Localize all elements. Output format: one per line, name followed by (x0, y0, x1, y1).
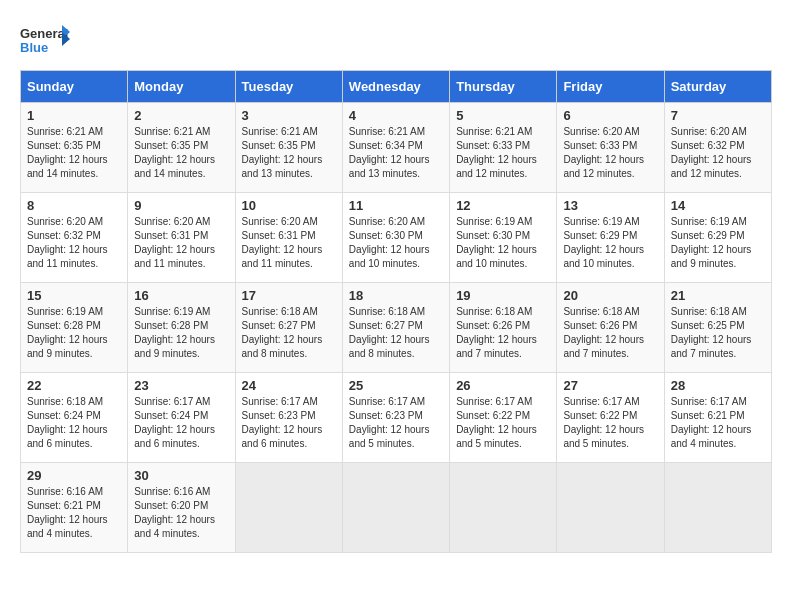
day-cell: 14 Sunrise: 6:19 AMSunset: 6:29 PMDaylig… (664, 193, 771, 283)
day-number: 12 (456, 198, 550, 213)
day-number: 6 (563, 108, 657, 123)
day-info: Sunrise: 6:19 AMSunset: 6:29 PMDaylight:… (563, 215, 657, 271)
week-row-3: 15 Sunrise: 6:19 AMSunset: 6:28 PMDaylig… (21, 283, 772, 373)
day-info: Sunrise: 6:20 AMSunset: 6:32 PMDaylight:… (27, 215, 121, 271)
day-info: Sunrise: 6:18 AMSunset: 6:24 PMDaylight:… (27, 395, 121, 451)
day-number: 7 (671, 108, 765, 123)
header: General Blue (20, 20, 772, 60)
day-cell: 18 Sunrise: 6:18 AMSunset: 6:27 PMDaylig… (342, 283, 449, 373)
col-header-monday: Monday (128, 71, 235, 103)
day-number: 1 (27, 108, 121, 123)
svg-text:Blue: Blue (20, 40, 48, 55)
day-number: 23 (134, 378, 228, 393)
day-number: 21 (671, 288, 765, 303)
day-number: 13 (563, 198, 657, 213)
day-cell: 9 Sunrise: 6:20 AMSunset: 6:31 PMDayligh… (128, 193, 235, 283)
day-cell: 27 Sunrise: 6:17 AMSunset: 6:22 PMDaylig… (557, 373, 664, 463)
day-number: 19 (456, 288, 550, 303)
day-number: 8 (27, 198, 121, 213)
day-number: 4 (349, 108, 443, 123)
day-cell: 25 Sunrise: 6:17 AMSunset: 6:23 PMDaylig… (342, 373, 449, 463)
day-cell: 2 Sunrise: 6:21 AMSunset: 6:35 PMDayligh… (128, 103, 235, 193)
day-cell: 20 Sunrise: 6:18 AMSunset: 6:26 PMDaylig… (557, 283, 664, 373)
day-cell: 22 Sunrise: 6:18 AMSunset: 6:24 PMDaylig… (21, 373, 128, 463)
week-row-4: 22 Sunrise: 6:18 AMSunset: 6:24 PMDaylig… (21, 373, 772, 463)
svg-text:General: General (20, 26, 68, 41)
day-number: 10 (242, 198, 336, 213)
day-info: Sunrise: 6:17 AMSunset: 6:23 PMDaylight:… (349, 395, 443, 451)
day-info: Sunrise: 6:17 AMSunset: 6:21 PMDaylight:… (671, 395, 765, 451)
day-cell: 5 Sunrise: 6:21 AMSunset: 6:33 PMDayligh… (450, 103, 557, 193)
col-header-sunday: Sunday (21, 71, 128, 103)
day-info: Sunrise: 6:20 AMSunset: 6:32 PMDaylight:… (671, 125, 765, 181)
day-cell: 21 Sunrise: 6:18 AMSunset: 6:25 PMDaylig… (664, 283, 771, 373)
logo: General Blue (20, 20, 70, 60)
day-cell: 28 Sunrise: 6:17 AMSunset: 6:21 PMDaylig… (664, 373, 771, 463)
day-info: Sunrise: 6:20 AMSunset: 6:33 PMDaylight:… (563, 125, 657, 181)
day-info: Sunrise: 6:17 AMSunset: 6:22 PMDaylight:… (563, 395, 657, 451)
day-number: 14 (671, 198, 765, 213)
day-cell: 10 Sunrise: 6:20 AMSunset: 6:31 PMDaylig… (235, 193, 342, 283)
day-cell: 16 Sunrise: 6:19 AMSunset: 6:28 PMDaylig… (128, 283, 235, 373)
day-info: Sunrise: 6:18 AMSunset: 6:25 PMDaylight:… (671, 305, 765, 361)
day-info: Sunrise: 6:16 AMSunset: 6:20 PMDaylight:… (134, 485, 228, 541)
day-info: Sunrise: 6:19 AMSunset: 6:28 PMDaylight:… (27, 305, 121, 361)
week-row-5: 29 Sunrise: 6:16 AMSunset: 6:21 PMDaylig… (21, 463, 772, 553)
day-info: Sunrise: 6:21 AMSunset: 6:35 PMDaylight:… (27, 125, 121, 181)
day-info: Sunrise: 6:21 AMSunset: 6:35 PMDaylight:… (134, 125, 228, 181)
day-info: Sunrise: 6:21 AMSunset: 6:35 PMDaylight:… (242, 125, 336, 181)
day-cell (342, 463, 449, 553)
day-info: Sunrise: 6:18 AMSunset: 6:27 PMDaylight:… (349, 305, 443, 361)
day-cell (557, 463, 664, 553)
day-cell: 26 Sunrise: 6:17 AMSunset: 6:22 PMDaylig… (450, 373, 557, 463)
day-info: Sunrise: 6:21 AMSunset: 6:33 PMDaylight:… (456, 125, 550, 181)
day-cell: 23 Sunrise: 6:17 AMSunset: 6:24 PMDaylig… (128, 373, 235, 463)
day-info: Sunrise: 6:20 AMSunset: 6:31 PMDaylight:… (134, 215, 228, 271)
day-cell: 6 Sunrise: 6:20 AMSunset: 6:33 PMDayligh… (557, 103, 664, 193)
day-cell: 7 Sunrise: 6:20 AMSunset: 6:32 PMDayligh… (664, 103, 771, 193)
col-header-wednesday: Wednesday (342, 71, 449, 103)
day-info: Sunrise: 6:19 AMSunset: 6:29 PMDaylight:… (671, 215, 765, 271)
day-info: Sunrise: 6:17 AMSunset: 6:23 PMDaylight:… (242, 395, 336, 451)
day-number: 29 (27, 468, 121, 483)
day-cell (450, 463, 557, 553)
day-info: Sunrise: 6:18 AMSunset: 6:26 PMDaylight:… (456, 305, 550, 361)
day-cell: 3 Sunrise: 6:21 AMSunset: 6:35 PMDayligh… (235, 103, 342, 193)
day-number: 30 (134, 468, 228, 483)
day-number: 11 (349, 198, 443, 213)
day-info: Sunrise: 6:19 AMSunset: 6:30 PMDaylight:… (456, 215, 550, 271)
day-cell (235, 463, 342, 553)
day-number: 3 (242, 108, 336, 123)
day-number: 17 (242, 288, 336, 303)
day-cell: 11 Sunrise: 6:20 AMSunset: 6:30 PMDaylig… (342, 193, 449, 283)
day-cell (664, 463, 771, 553)
day-number: 24 (242, 378, 336, 393)
day-number: 20 (563, 288, 657, 303)
col-header-thursday: Thursday (450, 71, 557, 103)
day-info: Sunrise: 6:18 AMSunset: 6:26 PMDaylight:… (563, 305, 657, 361)
day-cell: 13 Sunrise: 6:19 AMSunset: 6:29 PMDaylig… (557, 193, 664, 283)
day-number: 9 (134, 198, 228, 213)
day-info: Sunrise: 6:19 AMSunset: 6:28 PMDaylight:… (134, 305, 228, 361)
day-number: 25 (349, 378, 443, 393)
col-header-friday: Friday (557, 71, 664, 103)
col-header-saturday: Saturday (664, 71, 771, 103)
day-cell: 4 Sunrise: 6:21 AMSunset: 6:34 PMDayligh… (342, 103, 449, 193)
day-cell: 17 Sunrise: 6:18 AMSunset: 6:27 PMDaylig… (235, 283, 342, 373)
day-info: Sunrise: 6:20 AMSunset: 6:30 PMDaylight:… (349, 215, 443, 271)
day-number: 26 (456, 378, 550, 393)
day-number: 15 (27, 288, 121, 303)
day-number: 27 (563, 378, 657, 393)
day-number: 5 (456, 108, 550, 123)
day-info: Sunrise: 6:20 AMSunset: 6:31 PMDaylight:… (242, 215, 336, 271)
week-row-2: 8 Sunrise: 6:20 AMSunset: 6:32 PMDayligh… (21, 193, 772, 283)
day-info: Sunrise: 6:18 AMSunset: 6:27 PMDaylight:… (242, 305, 336, 361)
day-number: 16 (134, 288, 228, 303)
calendar-table: SundayMondayTuesdayWednesdayThursdayFrid… (20, 70, 772, 553)
day-info: Sunrise: 6:21 AMSunset: 6:34 PMDaylight:… (349, 125, 443, 181)
day-cell: 8 Sunrise: 6:20 AMSunset: 6:32 PMDayligh… (21, 193, 128, 283)
day-cell: 15 Sunrise: 6:19 AMSunset: 6:28 PMDaylig… (21, 283, 128, 373)
col-header-tuesday: Tuesday (235, 71, 342, 103)
day-cell: 12 Sunrise: 6:19 AMSunset: 6:30 PMDaylig… (450, 193, 557, 283)
day-info: Sunrise: 6:16 AMSunset: 6:21 PMDaylight:… (27, 485, 121, 541)
